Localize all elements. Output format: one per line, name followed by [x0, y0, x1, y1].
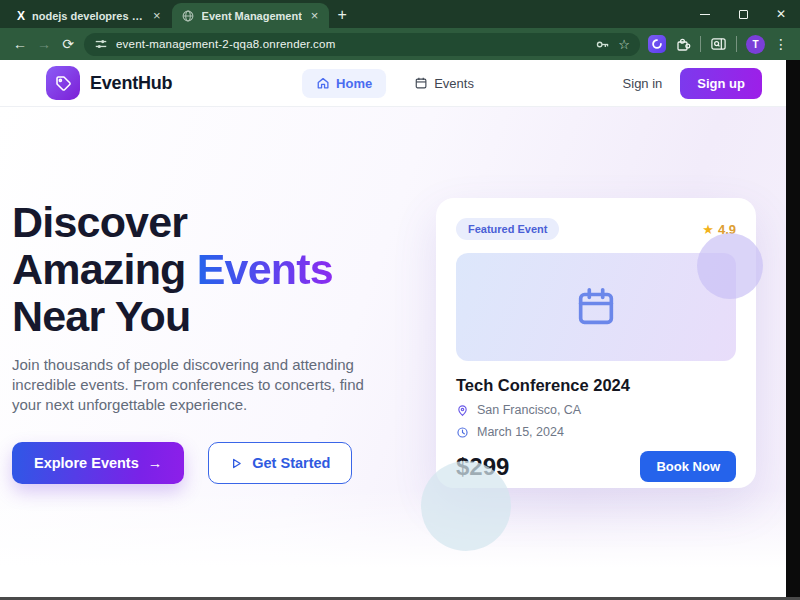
browser-tab-event-management[interactable]: Event Management × — [172, 3, 330, 28]
explore-events-button[interactable]: Explore Events → — [12, 442, 184, 484]
hero-description: Join thousands of people discovering and… — [12, 355, 382, 415]
calendar-icon — [414, 76, 428, 90]
hero-title-line3: Near You — [12, 293, 404, 340]
event-location: San Francisco, CA — [477, 403, 581, 417]
maximize-icon — [739, 10, 748, 19]
hero-copy: Discover Amazing Events Near You Join th… — [12, 199, 404, 484]
event-price: $299 — [456, 453, 509, 481]
hero-title: Discover Amazing Events Near You — [12, 199, 404, 340]
profile-avatar[interactable]: T — [746, 35, 765, 54]
play-icon — [230, 457, 243, 470]
nav-item-home[interactable]: Home — [302, 69, 386, 98]
tab-title: Event Management — [202, 10, 302, 22]
eventhub-logo-icon — [46, 66, 80, 100]
card-footer: $299 Book Now — [456, 451, 736, 482]
back-button[interactable]: ← — [8, 36, 32, 52]
browser-toolbar: ← → ⟳ event-management-2-qqa8.onrender.c… — [0, 28, 800, 60]
toolbar-actions: T ⋮ — [648, 35, 792, 54]
brand-name: EventHub — [90, 73, 172, 94]
sign-in-link[interactable]: Sign in — [623, 76, 663, 91]
side-panel-search-icon[interactable] — [710, 36, 727, 52]
featured-event-card: Featured Event ★ 4.9 Tech Conference 202… — [436, 198, 756, 488]
rating-value: 4.9 — [718, 222, 736, 237]
tab-title: nodejs developres - Search / X — [32, 10, 144, 22]
bookmark-star-icon[interactable]: ☆ — [618, 37, 630, 52]
site-navbar: EventHub Home Events Sign — [0, 60, 786, 107]
event-rating: ★ 4.9 — [702, 222, 736, 237]
hero-title-highlight: Events — [197, 245, 333, 293]
get-started-label: Get Started — [252, 455, 330, 471]
webpage: EventHub Home Events Sign — [0, 60, 786, 597]
tab-close-icon[interactable]: × — [309, 8, 321, 23]
nav-home-label: Home — [336, 76, 372, 91]
auth-actions: Sign in Sign up — [623, 68, 762, 99]
sign-up-button[interactable]: Sign up — [680, 68, 762, 99]
calendar-large-icon — [573, 284, 619, 330]
hero-cta-row: Explore Events → Get Started — [12, 442, 404, 484]
book-now-button[interactable]: Book Now — [640, 451, 736, 482]
event-location-row: San Francisco, CA — [456, 403, 736, 417]
window-controls: ✕ — [686, 0, 800, 28]
right-edge-strip — [786, 60, 800, 600]
extensions-puzzle-icon[interactable] — [675, 36, 691, 52]
hero-section: Discover Amazing Events Near You Join th… — [0, 107, 786, 597]
nav-menu: Home Events — [302, 69, 484, 98]
event-image-placeholder — [456, 253, 736, 361]
tab-close-icon[interactable]: × — [151, 8, 163, 23]
toolbar-divider — [700, 36, 701, 52]
screen: X nodejs developres - Search / X × Event… — [0, 0, 800, 600]
address-bar[interactable]: event-management-2-qqa8.onrender.com ☆ — [84, 33, 640, 56]
brand[interactable]: EventHub — [46, 66, 172, 100]
browser-menu-icon[interactable]: ⋮ — [774, 36, 788, 52]
clock-icon — [456, 426, 469, 439]
minimize-button[interactable] — [686, 0, 724, 28]
reload-button[interactable]: ⟳ — [56, 36, 80, 52]
minimize-icon — [700, 14, 710, 15]
home-icon — [316, 76, 330, 90]
forward-button[interactable]: → — [32, 36, 56, 52]
hero-title-line2: Amazing Events — [12, 246, 404, 293]
x-logo-icon: X — [17, 9, 25, 23]
location-pin-icon — [456, 404, 469, 417]
hero-title-line1: Discover — [12, 199, 404, 246]
star-icon: ★ — [702, 222, 714, 237]
new-tab-button[interactable]: + — [337, 6, 346, 24]
globe-favicon-icon — [181, 9, 195, 23]
nav-item-events[interactable]: Events — [404, 69, 484, 98]
password-key-icon[interactable] — [595, 37, 610, 52]
url-text[interactable]: event-management-2-qqa8.onrender.com — [116, 38, 587, 50]
card-header: Featured Event ★ 4.9 — [456, 218, 736, 240]
site-settings-icon[interactable] — [94, 37, 108, 51]
browser-titlebar: X nodejs developres - Search / X × Event… — [0, 0, 800, 28]
explore-events-label: Explore Events — [34, 455, 139, 471]
close-window-button[interactable]: ✕ — [762, 0, 800, 28]
event-date-row: March 15, 2024 — [456, 425, 736, 439]
tab-strip: X nodejs developres - Search / X × Event… — [0, 0, 347, 28]
arrow-right-icon: → — [148, 455, 163, 471]
toolbar-divider — [736, 36, 737, 52]
browser-tab-search[interactable]: X nodejs developres - Search / X × — [8, 3, 172, 28]
event-title: Tech Conference 2024 — [456, 376, 736, 395]
maximize-button[interactable] — [724, 0, 762, 28]
get-started-button[interactable]: Get Started — [208, 442, 352, 484]
featured-event-badge: Featured Event — [456, 218, 559, 240]
event-date: March 15, 2024 — [477, 425, 564, 439]
purple-extension-icon[interactable] — [648, 35, 666, 53]
nav-events-label: Events — [434, 76, 474, 91]
